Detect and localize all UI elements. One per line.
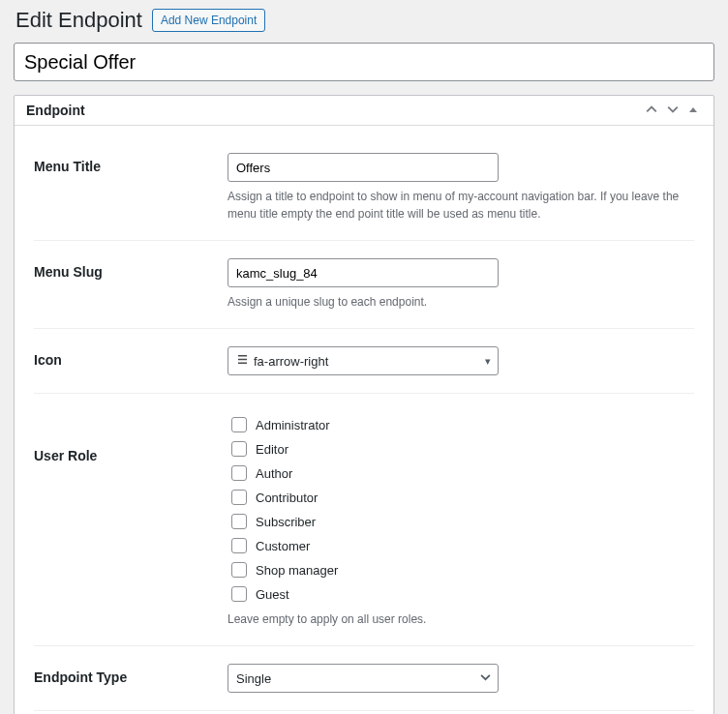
menu-slug-help: Assign a unique slug to each endpoint. xyxy=(228,293,694,311)
role-checkbox-administrator[interactable] xyxy=(231,417,247,432)
add-new-endpoint-button[interactable]: Add New Endpoint xyxy=(152,9,265,33)
move-down-button[interactable] xyxy=(663,102,682,119)
menu-title-label: Menu Title xyxy=(34,153,216,174)
user-role-list: Administrator Editor Author Contributor … xyxy=(228,414,694,605)
icon-select-value: fa-arrow-right xyxy=(254,354,328,369)
endpoint-type-value: Single xyxy=(236,671,271,686)
menu-slug-label: Menu Slug xyxy=(34,258,216,280)
user-role-help: Leave empty to apply on all user roles. xyxy=(228,610,694,628)
icon-select[interactable]: fa-arrow-right xyxy=(228,346,499,375)
chevron-up-icon xyxy=(646,104,657,115)
role-checkbox-customer[interactable] xyxy=(231,538,247,553)
post-title-input[interactable] xyxy=(14,43,714,81)
role-label: Author xyxy=(256,466,292,481)
toggle-panel-button[interactable] xyxy=(684,103,702,119)
bars-icon xyxy=(236,354,248,368)
chevron-down-icon xyxy=(667,104,679,115)
user-role-label: User Role xyxy=(34,411,216,463)
role-checkbox-subscriber[interactable] xyxy=(231,514,247,529)
role-label: Editor xyxy=(256,442,288,457)
role-checkbox-contributor[interactable] xyxy=(231,490,247,505)
role-label: Subscriber xyxy=(256,515,316,529)
role-label: Shop manager xyxy=(256,563,338,578)
endpoint-type-select[interactable]: Single xyxy=(228,664,499,693)
endpoint-type-label: Endpoint Type xyxy=(34,664,216,685)
role-label: Customer xyxy=(256,539,310,553)
role-checkbox-author[interactable] xyxy=(231,465,247,481)
role-label: Administrator xyxy=(256,418,330,432)
page-title: Edit Endpoint xyxy=(15,8,142,33)
triangle-up-icon xyxy=(688,105,698,115)
role-label: Contributor xyxy=(256,491,318,505)
icon-label: Icon xyxy=(34,346,216,368)
menu-title-input[interactable] xyxy=(228,153,499,182)
menu-title-help: Assign a title to endpoint to show in me… xyxy=(228,188,694,223)
role-checkbox-shop-manager[interactable] xyxy=(231,562,247,578)
role-checkbox-guest[interactable] xyxy=(231,586,247,602)
endpoint-metabox: Endpoint Menu Title Assign a title t xyxy=(14,95,714,714)
role-label: Guest xyxy=(256,587,289,602)
move-up-button[interactable] xyxy=(642,102,661,119)
menu-slug-input[interactable] xyxy=(228,258,499,287)
metabox-title: Endpoint xyxy=(26,103,85,118)
role-checkbox-editor[interactable] xyxy=(231,441,247,457)
